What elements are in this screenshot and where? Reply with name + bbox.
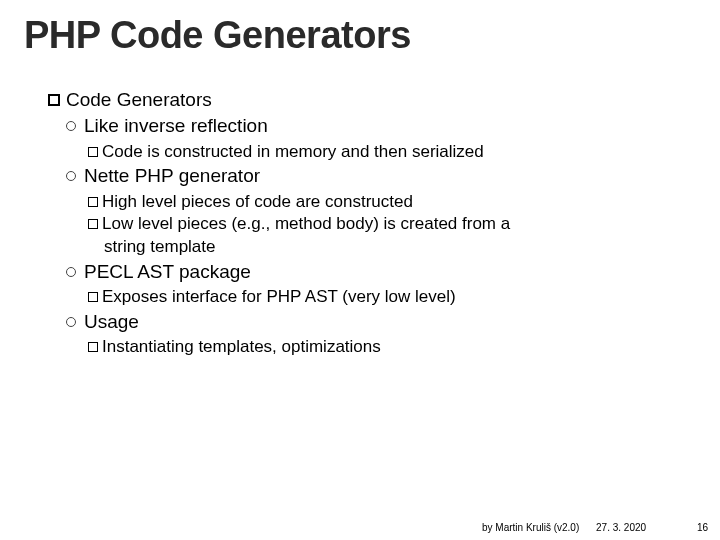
l2-label: Usage: [84, 311, 139, 332]
square-bullet-icon: [88, 219, 98, 229]
l2-label: PECL AST package: [84, 261, 251, 282]
bullet-l3-instantiating: Instantiating templates, optimizations: [88, 336, 688, 358]
bullet-l2-inverse-reflection: Like inverse reflection: [66, 114, 688, 138]
l3-text: High level pieces of code are constructe…: [102, 192, 413, 211]
bullet-l3-high-level: High level pieces of code are constructe…: [88, 191, 688, 213]
ring-bullet-icon: [66, 317, 76, 327]
l3-text: Instantiating templates, optimizations: [102, 337, 381, 356]
l1-text: Code Generators: [66, 89, 212, 110]
footer-page-number: 16: [697, 522, 708, 533]
bullet-l1-code-generators: Code Generators: [48, 88, 688, 112]
square-bullet-icon: [88, 292, 98, 302]
bullet-l2-nette: Nette PHP generator: [66, 164, 688, 188]
bullet-l3-low-level-cont: string template: [104, 236, 688, 258]
ring-bullet-icon: [66, 267, 76, 277]
square-bullet-icon: [88, 147, 98, 157]
ring-bullet-icon: [66, 171, 76, 181]
bullet-l2-usage: Usage: [66, 310, 688, 334]
l2-label: Nette PHP generator: [84, 165, 260, 186]
footer-date: 27. 3. 2020: [596, 522, 646, 533]
l3-text-cont: string template: [104, 237, 216, 256]
slide-title: PHP Code Generators: [24, 14, 411, 57]
ring-bullet-icon: [66, 121, 76, 131]
bullet-l2-pecl-ast: PECL AST package: [66, 260, 688, 284]
bullet-l3-exposes-ast: Exposes interface for PHP AST (very low …: [88, 286, 688, 308]
l3-text: Exposes interface for PHP AST (very low …: [102, 287, 456, 306]
slide-footer: by Martin Kruliš (v2.0) 27. 3. 2020 16: [482, 522, 708, 533]
l3-text: Low level pieces (e.g., method body) is …: [102, 214, 510, 233]
square-bullet-icon: [88, 342, 98, 352]
l2-label: Like inverse reflection: [84, 115, 268, 136]
slide-content: Code Generators Like inverse reflection …: [48, 86, 688, 359]
footer-author: by Martin Kruliš (v2.0): [482, 522, 579, 533]
l3-text: Code is constructed in memory and then s…: [102, 142, 484, 161]
bullet-l3-low-level: Low level pieces (e.g., method body) is …: [88, 213, 688, 235]
square-bullet-icon: [88, 197, 98, 207]
square-bullet-icon: [48, 94, 60, 106]
bullet-l3-code-constructed: Code is constructed in memory and then s…: [88, 141, 688, 163]
